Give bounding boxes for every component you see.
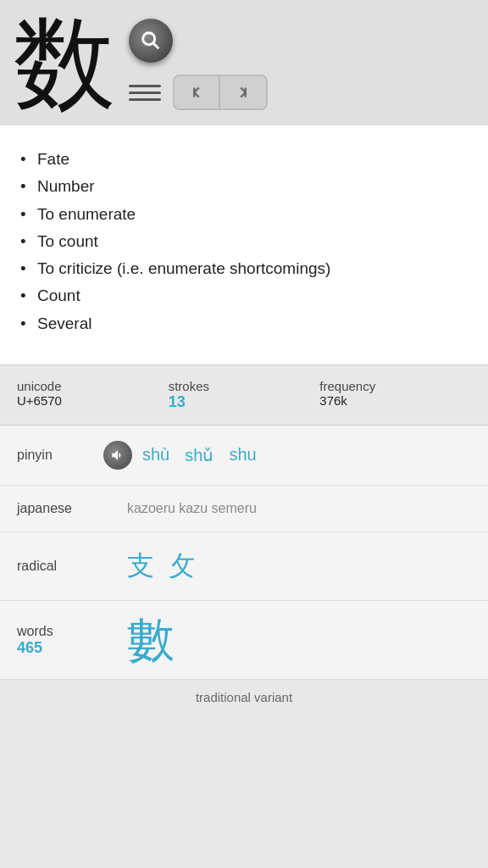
japanese-label: japanese [17, 501, 127, 516]
pinyin-label: pinyin [17, 448, 93, 463]
pinyin-values: shùshǔshu [142, 445, 257, 465]
header-controls [129, 19, 268, 110]
radical-label: radical [17, 559, 127, 574]
speaker-button[interactable] [103, 441, 132, 470]
traditional-row: traditional variant [0, 680, 488, 715]
meaning-item: To criticize (i.e. enumerate shortcoming… [20, 255, 468, 282]
kanji-character: 数 [14, 14, 115, 115]
strokes-value: 13 [169, 393, 320, 411]
menu-line-3 [129, 98, 161, 101]
japanese-value: kazoeru kazu semeru [127, 501, 257, 516]
menu-line-1 [129, 85, 161, 87]
words-row: words 465 數 [0, 601, 488, 680]
radical-chars: 支攵 [127, 548, 195, 585]
next-button[interactable] [220, 76, 266, 108]
radical-row: radical 支攵 [0, 532, 488, 601]
search-button[interactable] [129, 19, 173, 63]
meaning-item: Count [20, 282, 468, 309]
meanings-list: FateNumberTo enumerateTo countTo critici… [20, 146, 468, 337]
pinyin-value: shǔ [185, 445, 214, 465]
radical-char: 攵 [168, 548, 195, 585]
controls-row [129, 75, 268, 110]
frequency-value: 376k [319, 393, 471, 408]
prev-button[interactable] [175, 76, 220, 108]
meaning-item: Fate [20, 146, 468, 173]
pinyin-value: shu [229, 445, 256, 465]
unicode-stat: unicode U+6570 [17, 379, 169, 411]
menu-line-2 [129, 92, 161, 94]
frequency-label: frequency [319, 379, 471, 393]
japanese-row: japanese kazoeru kazu semeru [0, 486, 488, 532]
svg-point-0 [143, 33, 155, 45]
svg-line-1 [153, 43, 158, 48]
pinyin-row: pinyin shùshǔshu [0, 426, 488, 486]
radical-char: 支 [127, 548, 154, 585]
words-label-block: words 465 [17, 624, 127, 657]
meaning-item: To count [20, 228, 468, 255]
header: 数 [0, 0, 488, 125]
meaning-item: Several [20, 310, 468, 337]
words-count: 465 [17, 639, 127, 657]
strokes-label: strokes [169, 379, 320, 393]
frequency-stat: frequency 376k [319, 379, 471, 411]
meanings-card: FateNumberTo enumerateTo countTo critici… [0, 125, 488, 364]
navigation-buttons [173, 75, 268, 110]
unicode-value: U+6570 [17, 393, 169, 408]
meaning-item: Number [20, 173, 468, 200]
words-kanji: 數 [127, 616, 175, 664]
words-label: words [17, 624, 127, 639]
traditional-label: traditional variant [196, 690, 292, 704]
meaning-item: To enumerate [20, 201, 468, 228]
pinyin-value: shù [142, 445, 169, 465]
strokes-stat: strokes 13 [169, 379, 320, 411]
stats-row: unicode U+6570 strokes 13 frequency 376k [0, 364, 488, 426]
menu-button[interactable] [129, 85, 161, 101]
unicode-label: unicode [17, 379, 169, 393]
